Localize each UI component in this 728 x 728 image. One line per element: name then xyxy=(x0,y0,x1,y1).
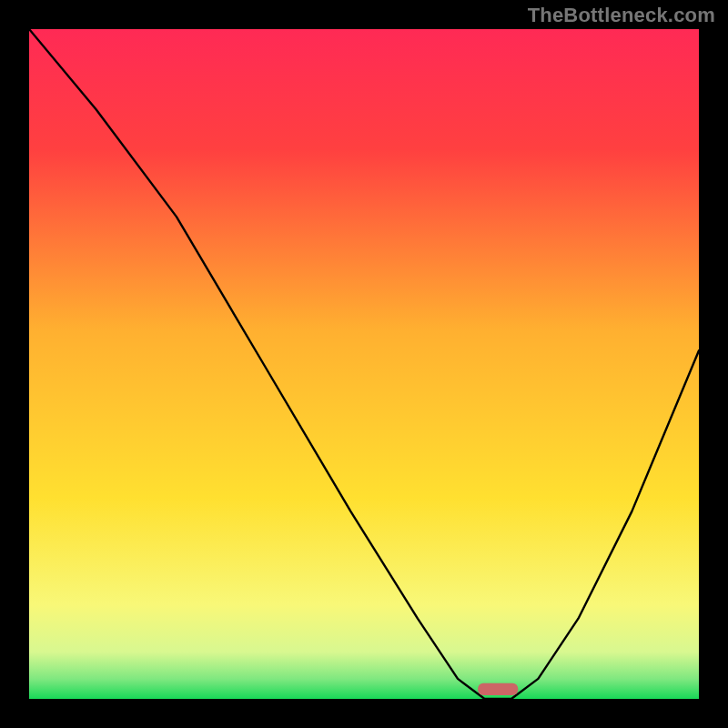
optimum-marker xyxy=(478,683,518,695)
watermark-text: TheBottleneck.com xyxy=(528,4,715,27)
chart-container: TheBottleneck.com xyxy=(0,0,728,728)
bottleneck-curve-chart xyxy=(29,29,699,699)
gradient-background xyxy=(29,29,699,699)
